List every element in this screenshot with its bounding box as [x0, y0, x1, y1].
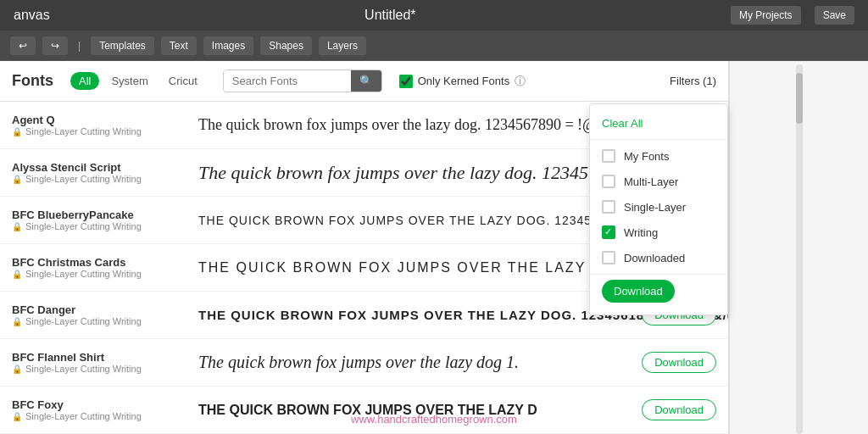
- filter-dropdown: Clear All My Fonts Multi-Layer Single-La…: [589, 103, 728, 315]
- lock-icon: 🔒: [12, 412, 22, 421]
- images-button[interactable]: Images: [203, 36, 253, 55]
- fonts-title: Fonts: [12, 72, 53, 90]
- info-icon[interactable]: ⓘ: [515, 74, 526, 89]
- tab-all[interactable]: All: [70, 72, 99, 90]
- writing-checkbox: [602, 225, 615, 239]
- font-name: BFC BlueberryPancake: [12, 209, 198, 221]
- search-box: 🔍: [223, 70, 382, 92]
- download-button[interactable]: Download: [642, 399, 716, 420]
- font-info: BFC Danger 🔒 Single-Layer Cutting Writin…: [12, 303, 198, 326]
- canvas-label: anvas: [14, 8, 50, 23]
- font-row: BFC Foxy 🔒 Single-Layer Cutting Writing …: [0, 387, 728, 434]
- font-name: Agent Q: [12, 114, 198, 126]
- my-fonts-label: My Fonts: [624, 150, 669, 163]
- lock-icon: 🔒: [12, 317, 22, 326]
- filter-item-writing[interactable]: Writing: [590, 220, 727, 245]
- single-layer-checkbox: [602, 200, 615, 214]
- font-meta: 🔒 Single-Layer Cutting Writing: [12, 221, 198, 231]
- font-info: Alyssa Stencil Script 🔒 Single-Layer Cut…: [12, 161, 198, 184]
- clear-all-button[interactable]: Clear All: [590, 111, 727, 136]
- font-meta: 🔒 Single-Layer Cutting Writing: [12, 174, 198, 184]
- font-info: BFC BlueberryPancake 🔒 Single-Layer Cutt…: [12, 209, 198, 231]
- font-name: BFC Danger: [12, 303, 198, 316]
- filter-item-multi-layer[interactable]: Multi-Layer: [590, 169, 727, 194]
- filter-tabs: All System Cricut: [70, 72, 206, 90]
- fonts-panel: Fonts All System Cricut 🔍 Only Kerned Fo…: [0, 61, 729, 434]
- font-name: BFC Foxy: [12, 398, 198, 411]
- single-layer-label: Single-Layer: [624, 201, 686, 214]
- search-button[interactable]: 🔍: [351, 70, 381, 92]
- font-info: BFC Flannel Shirt 🔒 Single-Layer Cutting…: [12, 351, 198, 374]
- lock-icon: 🔒: [12, 222, 22, 231]
- kerned-checkbox[interactable]: [399, 75, 413, 88]
- filter-item-downloaded[interactable]: Downloaded: [590, 245, 727, 270]
- download-button[interactable]: Download: [642, 352, 716, 373]
- redo-button[interactable]: ↪: [42, 36, 68, 55]
- downloaded-checkbox: [602, 251, 615, 264]
- multi-layer-label: Multi-Layer: [624, 175, 678, 188]
- shapes-button[interactable]: Shapes: [260, 36, 312, 55]
- font-meta: 🔒 Single-Layer Cutting Writing: [12, 269, 198, 279]
- downloaded-label: Downloaded: [624, 252, 685, 264]
- tab-cricut[interactable]: Cricut: [160, 72, 206, 90]
- font-meta: 🔒 Single-Layer Cutting Writing: [12, 316, 198, 326]
- dropdown-divider: [590, 274, 727, 275]
- scrollbar-thumb[interactable]: [796, 73, 803, 124]
- font-info: Agent Q 🔒 Single-Layer Cutting Writing: [12, 114, 198, 136]
- app-title: Untitled*: [364, 8, 415, 23]
- top-bar-actions: My Projects Save: [731, 6, 854, 25]
- tab-system[interactable]: System: [103, 72, 156, 90]
- font-name: BFC Christmas Cards: [12, 256, 198, 269]
- my-projects-button[interactable]: My Projects: [731, 6, 801, 25]
- dropdown-download-button[interactable]: Download: [602, 280, 675, 303]
- lock-icon: 🔒: [12, 127, 22, 136]
- font-meta: 🔒 Single-Layer Cutting Writing: [12, 411, 198, 421]
- layers-button[interactable]: Layers: [319, 36, 366, 55]
- font-row: BFC Flannel Shirt 🔒 Single-Layer Cutting…: [0, 339, 728, 387]
- scrollbar-track: [796, 64, 803, 434]
- font-name: Alyssa Stencil Script: [12, 161, 198, 174]
- save-button[interactable]: Save: [815, 6, 854, 25]
- lock-icon: 🔒: [12, 270, 22, 279]
- multi-layer-checkbox: [602, 175, 615, 188]
- templates-button[interactable]: Templates: [91, 36, 154, 55]
- right-scrollbar-panel: [729, 61, 868, 434]
- toolbar-row: ↩ ↪ | Templates Text Images Shapes Layer…: [0, 31, 868, 61]
- lock-icon: 🔒: [12, 175, 22, 184]
- fonts-header: Fonts All System Cricut 🔍 Only Kerned Fo…: [0, 61, 728, 102]
- my-fonts-checkbox: [602, 149, 615, 163]
- filter-item-single-layer[interactable]: Single-Layer: [590, 194, 727, 220]
- lock-icon: 🔒: [12, 364, 22, 374]
- undo-button[interactable]: ↩: [10, 36, 36, 55]
- top-bar: anvas Untitled* My Projects Save: [0, 0, 868, 31]
- font-meta: 🔒 Single-Layer Cutting Writing: [12, 364, 198, 374]
- kerned-filter-label: Only Kerned Fonts ⓘ: [399, 74, 526, 89]
- text-button[interactable]: Text: [161, 36, 197, 55]
- font-info: BFC Foxy 🔒 Single-Layer Cutting Writing: [12, 398, 198, 421]
- search-input[interactable]: [224, 70, 351, 92]
- watermark: www.handcraftedhomegrown.com: [351, 413, 517, 426]
- font-info: BFC Christmas Cards 🔒 Single-Layer Cutti…: [12, 256, 198, 279]
- filter-item-my-fonts[interactable]: My Fonts: [590, 143, 727, 169]
- kerned-label-text: Only Kerned Fonts: [418, 75, 509, 87]
- font-name: BFC Flannel Shirt: [12, 351, 198, 364]
- filters-button[interactable]: Filters (1): [670, 75, 716, 87]
- writing-label: Writing: [624, 226, 658, 239]
- main-area: Fonts All System Cricut 🔍 Only Kerned Fo…: [0, 61, 868, 434]
- dropdown-divider: [590, 139, 727, 140]
- font-meta: 🔒 Single-Layer Cutting Writing: [12, 126, 198, 136]
